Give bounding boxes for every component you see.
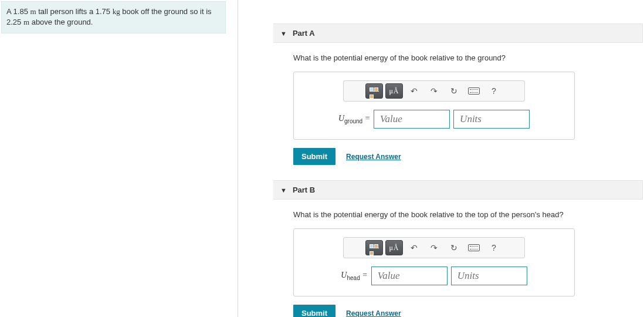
part-b-submit-button[interactable]: Submit	[293, 305, 335, 317]
part-a-submit-button[interactable]: Submit	[293, 148, 335, 165]
part-b-toolbar: μÅ ↶ ↷ ↻ ?	[343, 237, 525, 258]
caret-down-icon: ▼	[280, 187, 287, 194]
part-b-header[interactable]: ▼ Part B	[273, 180, 643, 200]
part-b-variable-label: Uhead =	[341, 271, 367, 281]
part-b-value-input[interactable]	[371, 267, 448, 285]
redo-icon[interactable]: ↷	[425, 240, 443, 255]
reset-icon[interactable]: ↻	[445, 240, 463, 255]
template-icon[interactable]	[365, 240, 383, 255]
part-a-units-input[interactable]	[453, 110, 530, 129]
undo-icon[interactable]: ↶	[405, 240, 423, 255]
template-icon[interactable]	[365, 83, 383, 99]
part-a-request-answer-link[interactable]: Request Answer	[346, 153, 401, 161]
symbols-icon[interactable]: μÅ	[385, 240, 403, 255]
reset-icon[interactable]: ↻	[445, 83, 463, 99]
part-a-header[interactable]: ▼ Part A	[273, 23, 643, 43]
part-a-toolbar: μÅ ↶ ↷ ↻ ?	[343, 80, 525, 102]
keyboard-icon[interactable]	[465, 240, 483, 255]
part-a-variable-label: Uground =	[338, 114, 370, 124]
part-b-request-answer-link[interactable]: Request Answer	[346, 309, 401, 318]
help-icon[interactable]: ?	[485, 240, 503, 255]
part-a-label: Part A	[293, 29, 315, 38]
part-b-units-input[interactable]	[451, 267, 527, 285]
help-icon[interactable]: ?	[485, 83, 503, 99]
part-b-answer-box: μÅ ↶ ↷ ↻ ? Uhead =	[293, 228, 575, 296]
symbols-icon[interactable]: μÅ	[385, 83, 403, 99]
part-a-value-input[interactable]	[374, 110, 450, 129]
caret-down-icon: ▼	[280, 30, 287, 37]
part-a-question: What is the potential energy of the book…	[293, 53, 633, 62]
part-b-question: What is the potential energy of the book…	[293, 210, 633, 219]
redo-icon[interactable]: ↷	[425, 83, 443, 99]
keyboard-icon[interactable]	[465, 83, 483, 99]
part-a-answer-box: μÅ ↶ ↷ ↻ ? Uground =	[293, 72, 575, 140]
problem-statement: A 1.85 m tall person lifts a 1.75 kg boo…	[1, 1, 226, 33]
part-b-label: Part B	[293, 186, 315, 194]
undo-icon[interactable]: ↶	[405, 83, 423, 99]
